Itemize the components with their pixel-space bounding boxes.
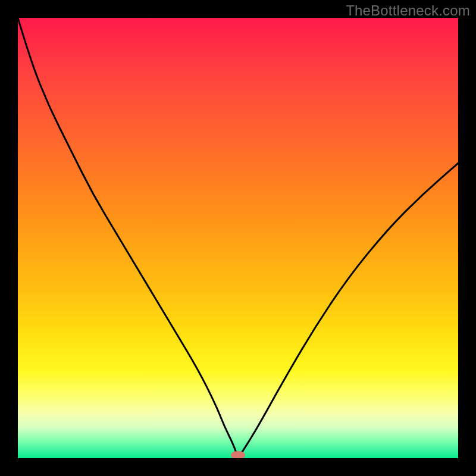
chart-container: TheBottleneck.com: [0, 0, 476, 476]
bottleneck-curve: [18, 18, 458, 455]
attribution-text: TheBottleneck.com: [346, 2, 470, 19]
plot-area: [18, 18, 458, 458]
curve-svg: [18, 18, 458, 458]
